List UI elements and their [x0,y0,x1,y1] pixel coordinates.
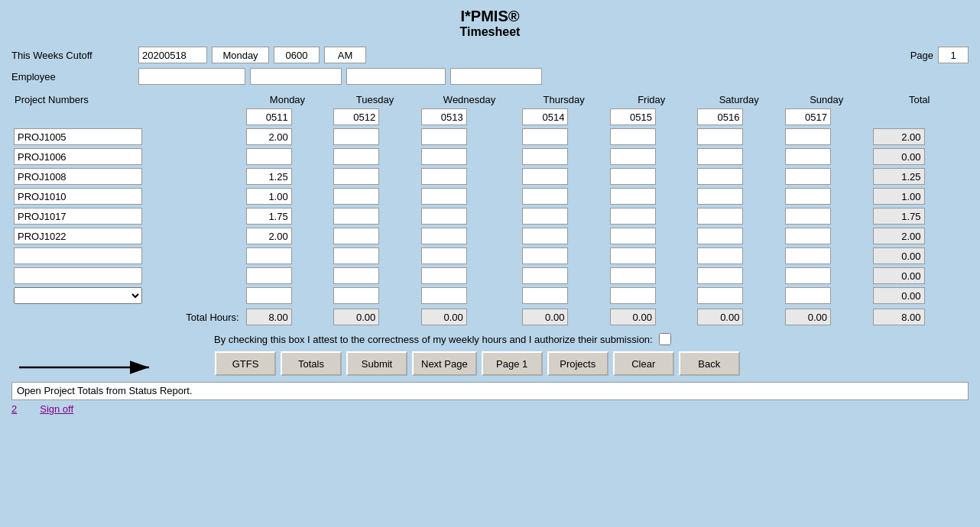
hours-wed-input[interactable] [421,188,467,205]
next-page-button[interactable]: Next Page [412,351,477,376]
hours-sat-input[interactable] [697,247,743,264]
hours-mon-input[interactable] [246,168,292,185]
row-total-input[interactable] [873,128,925,145]
total-fri[interactable] [610,309,656,325]
hours-fri-input[interactable] [610,247,656,264]
hours-sat-input[interactable] [697,128,743,145]
hours-tue-input[interactable] [333,168,379,185]
total-mon[interactable] [246,309,292,325]
row-total-input[interactable] [873,267,925,284]
back-button[interactable]: Back [679,351,740,376]
hours-fri-input[interactable] [610,148,656,165]
hours-tue-input[interactable] [333,148,379,165]
cutoff-day-input[interactable] [212,47,269,63]
hours-tue-input[interactable] [333,287,379,304]
cutoff-date-input[interactable] [138,47,207,63]
total-wed[interactable] [421,309,467,325]
hours-sun-input[interactable] [785,128,831,145]
hours-sun-input[interactable] [785,247,831,264]
hours-sat-input[interactable] [697,148,743,165]
projects-button[interactable]: Projects [547,351,608,376]
hours-sun-input[interactable] [785,267,831,284]
hours-wed-input[interactable] [421,287,467,304]
hours-wed-input[interactable] [421,247,467,264]
hours-mon-input[interactable] [246,247,292,264]
employee-field3-input[interactable] [346,68,446,85]
date-sat[interactable] [697,108,743,125]
date-fri[interactable] [610,108,656,125]
date-tue[interactable] [333,108,379,125]
project-name-input[interactable] [14,128,142,145]
hours-thu-input[interactable] [522,148,568,165]
hours-sun-input[interactable] [785,228,831,244]
cutoff-time-input[interactable] [274,47,320,63]
hours-sun-input[interactable] [785,148,831,165]
hours-mon-input[interactable] [246,188,292,205]
hours-wed-input[interactable] [421,228,467,244]
hours-wed-input[interactable] [421,267,467,284]
footer-signoff-link[interactable]: Sign off [40,403,73,415]
hours-wed-input[interactable] [421,128,467,145]
hours-mon-input[interactable] [246,148,292,165]
hours-thu-input[interactable] [522,168,568,185]
hours-wed-input[interactable] [421,148,467,165]
submit-button[interactable]: Submit [346,351,407,376]
hours-tue-input[interactable] [333,247,379,264]
totals-button[interactable]: Totals [281,351,342,376]
hours-thu-input[interactable] [522,267,568,284]
hours-mon-input[interactable] [246,267,292,284]
employee-field2-input[interactable] [250,68,342,85]
row-total-input[interactable] [873,148,925,165]
cutoff-ampm-input[interactable] [324,47,366,63]
hours-sat-input[interactable] [697,168,743,185]
row-total-input[interactable] [873,287,925,304]
employee-id-input[interactable] [138,68,245,85]
project-name-input[interactable] [14,188,142,205]
hours-tue-input[interactable] [333,188,379,205]
hours-mon-input[interactable] [246,208,292,225]
row-total-input[interactable] [873,188,925,205]
clear-button[interactable]: Clear [613,351,674,376]
row-total-input[interactable] [873,247,925,264]
hours-fri-input[interactable] [610,168,656,185]
hours-fri-input[interactable] [610,188,656,205]
hours-mon-input[interactable] [246,287,292,304]
total-sat[interactable] [697,309,743,325]
hours-sun-input[interactable] [785,208,831,225]
project-type-select[interactable] [14,287,142,304]
hours-wed-input[interactable] [421,168,467,185]
hours-fri-input[interactable] [610,208,656,225]
hours-sat-input[interactable] [697,287,743,304]
hours-tue-input[interactable] [333,208,379,225]
hours-mon-input[interactable] [246,228,292,244]
date-thu[interactable] [522,108,568,125]
row-total-input[interactable] [873,228,925,244]
date-sun[interactable] [785,108,831,125]
hours-sat-input[interactable] [697,267,743,284]
page-number-input[interactable] [938,47,969,63]
attest-checkbox[interactable] [659,333,671,345]
row-total-input[interactable] [873,168,925,185]
hours-sat-input[interactable] [697,228,743,244]
project-name-input[interactable] [14,168,142,185]
total-sun[interactable] [785,309,831,325]
hours-thu-input[interactable] [522,208,568,225]
hours-sat-input[interactable] [697,188,743,205]
hours-fri-input[interactable] [610,128,656,145]
hours-thu-input[interactable] [522,188,568,205]
hours-thu-input[interactable] [522,228,568,244]
hours-thu-input[interactable] [522,128,568,145]
project-name-input[interactable] [14,148,142,165]
footer-link1[interactable]: 2 [11,403,17,415]
row-total-input[interactable] [873,208,925,225]
total-tue[interactable] [333,309,379,325]
hours-wed-input[interactable] [421,208,467,225]
hours-fri-input[interactable] [610,267,656,284]
hours-thu-input[interactable] [522,287,568,304]
hours-sat-input[interactable] [697,208,743,225]
hours-fri-input[interactable] [610,228,656,244]
hours-thu-input[interactable] [522,247,568,264]
project-name-input[interactable] [14,228,142,244]
total-grand[interactable] [873,309,925,325]
date-wed[interactable] [421,108,467,125]
